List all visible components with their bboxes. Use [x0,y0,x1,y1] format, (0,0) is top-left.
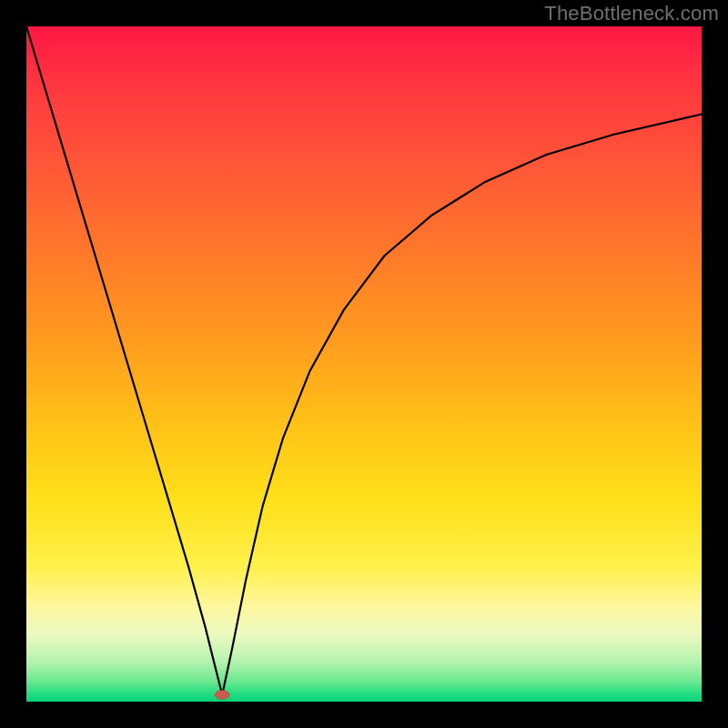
chart-plot-area [26,26,702,702]
curve-left [26,26,222,695]
attribution-text: TheBottleneck.com [544,2,719,25]
chart-svg [26,26,702,702]
curve-right [222,114,702,694]
min-marker [215,691,229,700]
